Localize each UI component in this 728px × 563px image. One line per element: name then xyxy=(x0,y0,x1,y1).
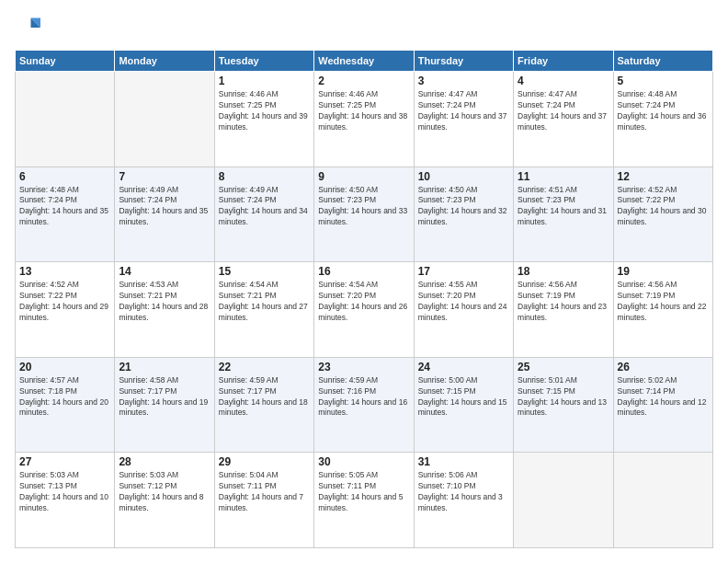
day-number: 2 xyxy=(318,75,409,87)
day-info: Sunrise: 4:52 AMSunset: 7:22 PMDaylight:… xyxy=(19,280,110,324)
day-info: Sunrise: 4:46 AMSunset: 7:25 PMDaylight:… xyxy=(318,89,409,133)
day-info: Sunrise: 4:46 AMSunset: 7:25 PMDaylight:… xyxy=(219,89,310,133)
calendar-cell: 14Sunrise: 4:53 AMSunset: 7:21 PMDayligh… xyxy=(115,262,214,358)
day-info: Sunrise: 4:47 AMSunset: 7:24 PMDaylight:… xyxy=(518,89,609,133)
day-number: 7 xyxy=(119,170,210,183)
day-number: 25 xyxy=(518,361,609,373)
week-row-2: 13Sunrise: 4:52 AMSunset: 7:22 PMDayligh… xyxy=(16,262,713,358)
day-info: Sunrise: 4:47 AMSunset: 7:24 PMDaylight:… xyxy=(418,89,509,133)
day-number: 14 xyxy=(119,265,210,278)
day-info: Sunrise: 4:50 AMSunset: 7:23 PMDaylight:… xyxy=(418,185,509,229)
calendar-cell: 11Sunrise: 4:51 AMSunset: 7:23 PMDayligh… xyxy=(514,167,613,262)
day-number: 5 xyxy=(618,75,709,87)
weekday-tuesday: Tuesday xyxy=(214,51,313,72)
calendar-cell: 12Sunrise: 4:52 AMSunset: 7:22 PMDayligh… xyxy=(613,167,712,262)
day-info: Sunrise: 5:02 AMSunset: 7:14 PMDaylight:… xyxy=(618,375,709,419)
day-info: Sunrise: 5:01 AMSunset: 7:15 PMDaylight:… xyxy=(518,375,609,419)
day-info: Sunrise: 4:54 AMSunset: 7:21 PMDaylight:… xyxy=(219,280,310,324)
day-info: Sunrise: 5:00 AMSunset: 7:15 PMDaylight:… xyxy=(418,375,509,419)
day-number: 15 xyxy=(219,265,310,278)
day-info: Sunrise: 4:53 AMSunset: 7:21 PMDaylight:… xyxy=(119,280,210,324)
day-info: Sunrise: 4:59 AMSunset: 7:16 PMDaylight:… xyxy=(318,375,409,419)
calendar-cell: 27Sunrise: 5:03 AMSunset: 7:13 PMDayligh… xyxy=(16,453,115,548)
calendar-cell: 26Sunrise: 5:02 AMSunset: 7:14 PMDayligh… xyxy=(613,357,712,453)
day-number: 4 xyxy=(518,75,609,87)
calendar-cell: 9Sunrise: 4:50 AMSunset: 7:23 PMDaylight… xyxy=(314,167,414,262)
day-number: 20 xyxy=(19,361,110,373)
calendar-cell: 4Sunrise: 4:47 AMSunset: 7:24 PMDaylight… xyxy=(514,72,613,167)
day-info: Sunrise: 4:58 AMSunset: 7:17 PMDaylight:… xyxy=(119,375,210,419)
weekday-saturday: Saturday xyxy=(613,51,712,72)
calendar-cell: 1Sunrise: 4:46 AMSunset: 7:25 PMDaylight… xyxy=(214,72,313,167)
week-row-4: 27Sunrise: 5:03 AMSunset: 7:13 PMDayligh… xyxy=(16,453,713,548)
logo xyxy=(15,15,44,40)
day-info: Sunrise: 4:57 AMSunset: 7:18 PMDaylight:… xyxy=(19,375,110,419)
day-info: Sunrise: 5:03 AMSunset: 7:13 PMDaylight:… xyxy=(19,470,110,514)
day-number: 27 xyxy=(19,455,110,468)
calendar-cell: 6Sunrise: 4:48 AMSunset: 7:24 PMDaylight… xyxy=(16,167,115,262)
calendar-cell: 18Sunrise: 4:56 AMSunset: 7:19 PMDayligh… xyxy=(514,262,613,358)
day-info: Sunrise: 4:54 AMSunset: 7:20 PMDaylight:… xyxy=(318,280,409,324)
calendar-cell: 7Sunrise: 4:49 AMSunset: 7:24 PMDaylight… xyxy=(115,167,214,262)
day-number: 31 xyxy=(418,455,509,468)
day-info: Sunrise: 4:52 AMSunset: 7:22 PMDaylight:… xyxy=(618,185,709,229)
day-number: 29 xyxy=(219,455,310,468)
day-info: Sunrise: 4:49 AMSunset: 7:24 PMDaylight:… xyxy=(119,185,210,229)
day-number: 13 xyxy=(19,265,110,278)
weekday-sunday: Sunday xyxy=(16,51,115,72)
day-number: 17 xyxy=(418,265,509,278)
day-info: Sunrise: 4:56 AMSunset: 7:19 PMDaylight:… xyxy=(618,280,709,324)
day-number: 24 xyxy=(418,361,509,373)
weekday-header-row: SundayMondayTuesdayWednesdayThursdayFrid… xyxy=(16,51,713,72)
day-info: Sunrise: 4:51 AMSunset: 7:23 PMDaylight:… xyxy=(518,185,609,229)
day-info: Sunrise: 5:03 AMSunset: 7:12 PMDaylight:… xyxy=(119,470,210,514)
calendar-cell: 8Sunrise: 4:49 AMSunset: 7:24 PMDaylight… xyxy=(214,167,313,262)
day-number: 23 xyxy=(318,361,409,373)
weekday-friday: Friday xyxy=(514,51,613,72)
calendar-cell: 15Sunrise: 4:54 AMSunset: 7:21 PMDayligh… xyxy=(214,262,313,358)
day-number: 8 xyxy=(219,170,310,183)
calendar-cell: 2Sunrise: 4:46 AMSunset: 7:25 PMDaylight… xyxy=(314,72,414,167)
calendar-cell: 31Sunrise: 5:06 AMSunset: 7:10 PMDayligh… xyxy=(414,453,513,548)
day-info: Sunrise: 4:59 AMSunset: 7:17 PMDaylight:… xyxy=(219,375,310,419)
calendar-cell: 19Sunrise: 4:56 AMSunset: 7:19 PMDayligh… xyxy=(613,262,712,358)
week-row-3: 20Sunrise: 4:57 AMSunset: 7:18 PMDayligh… xyxy=(16,357,713,453)
day-number: 21 xyxy=(119,361,210,373)
calendar-cell: 30Sunrise: 5:05 AMSunset: 7:11 PMDayligh… xyxy=(314,453,414,548)
day-number: 1 xyxy=(219,75,310,87)
day-info: Sunrise: 5:06 AMSunset: 7:10 PMDaylight:… xyxy=(418,470,509,514)
weekday-thursday: Thursday xyxy=(414,51,513,72)
day-number: 10 xyxy=(418,170,509,183)
page: SundayMondayTuesdayWednesdayThursdayFrid… xyxy=(0,0,728,563)
calendar-cell: 21Sunrise: 4:58 AMSunset: 7:17 PMDayligh… xyxy=(115,357,214,453)
week-row-0: 1Sunrise: 4:46 AMSunset: 7:25 PMDaylight… xyxy=(16,72,713,167)
day-info: Sunrise: 5:05 AMSunset: 7:11 PMDaylight:… xyxy=(318,470,409,514)
day-number: 3 xyxy=(418,75,509,87)
day-number: 12 xyxy=(618,170,709,183)
day-info: Sunrise: 4:48 AMSunset: 7:24 PMDaylight:… xyxy=(19,185,110,229)
logo-icon xyxy=(15,15,40,40)
calendar-cell: 22Sunrise: 4:59 AMSunset: 7:17 PMDayligh… xyxy=(214,357,313,453)
calendar-cell: 16Sunrise: 4:54 AMSunset: 7:20 PMDayligh… xyxy=(314,262,414,358)
calendar: SundayMondayTuesdayWednesdayThursdayFrid… xyxy=(15,50,713,548)
calendar-cell: 3Sunrise: 4:47 AMSunset: 7:24 PMDaylight… xyxy=(414,72,513,167)
calendar-cell xyxy=(613,453,712,548)
weekday-wednesday: Wednesday xyxy=(314,51,414,72)
calendar-cell xyxy=(115,72,214,167)
day-number: 18 xyxy=(518,265,609,278)
calendar-cell: 23Sunrise: 4:59 AMSunset: 7:16 PMDayligh… xyxy=(314,357,414,453)
day-number: 28 xyxy=(119,455,210,468)
calendar-cell: 29Sunrise: 5:04 AMSunset: 7:11 PMDayligh… xyxy=(214,453,313,548)
calendar-cell: 17Sunrise: 4:55 AMSunset: 7:20 PMDayligh… xyxy=(414,262,513,358)
calendar-cell: 13Sunrise: 4:52 AMSunset: 7:22 PMDayligh… xyxy=(16,262,115,358)
weekday-monday: Monday xyxy=(115,51,214,72)
day-info: Sunrise: 4:55 AMSunset: 7:20 PMDaylight:… xyxy=(418,280,509,324)
day-number: 6 xyxy=(19,170,110,183)
day-info: Sunrise: 4:50 AMSunset: 7:23 PMDaylight:… xyxy=(318,185,409,229)
day-number: 16 xyxy=(318,265,409,278)
calendar-cell: 10Sunrise: 4:50 AMSunset: 7:23 PMDayligh… xyxy=(414,167,513,262)
day-info: Sunrise: 4:56 AMSunset: 7:19 PMDaylight:… xyxy=(518,280,609,324)
calendar-cell: 20Sunrise: 4:57 AMSunset: 7:18 PMDayligh… xyxy=(16,357,115,453)
day-info: Sunrise: 4:49 AMSunset: 7:24 PMDaylight:… xyxy=(219,185,310,229)
day-info: Sunrise: 4:48 AMSunset: 7:24 PMDaylight:… xyxy=(618,89,709,133)
